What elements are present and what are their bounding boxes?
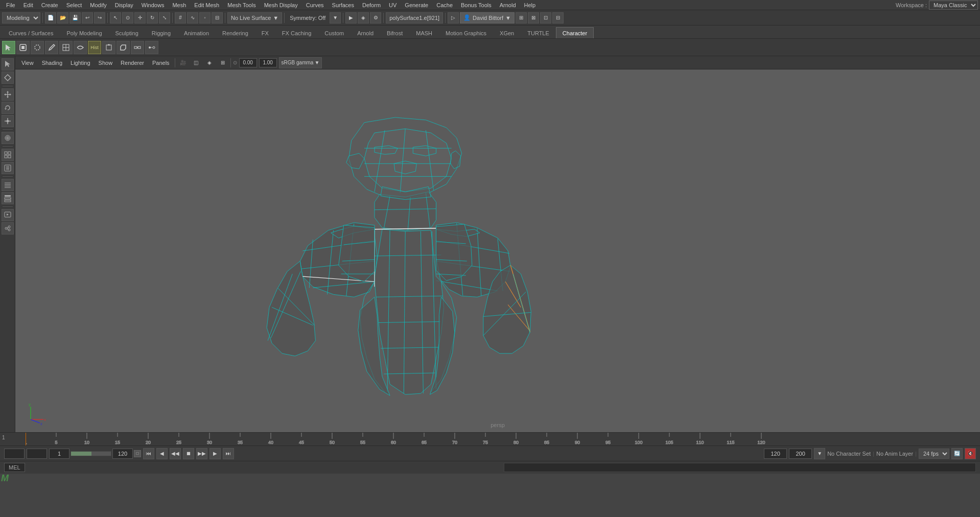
sound-btn[interactable]: 🔇 xyxy=(965,448,976,459)
vp-menu-lighting[interactable]: Lighting xyxy=(67,59,94,67)
render-view-btn[interactable] xyxy=(2,209,14,221)
vp-menu-renderer[interactable]: Renderer xyxy=(118,59,147,67)
paint-select-btn[interactable] xyxy=(2,72,14,84)
open-scene-btn[interactable]: 📂 xyxy=(57,12,68,24)
tab-sculpting[interactable]: Sculpting xyxy=(109,27,145,38)
shelf-icon-3[interactable] xyxy=(31,41,44,54)
scale-btn[interactable] xyxy=(2,115,14,127)
menu-create[interactable]: Create xyxy=(37,1,62,9)
shelf-icon-7[interactable] xyxy=(102,41,115,54)
mode-dropdown[interactable]: Modeling xyxy=(2,12,40,24)
display-size-btn3[interactable]: ⊡ xyxy=(540,12,551,24)
shelf-icon-4[interactable] xyxy=(45,41,58,54)
snap-curve-btn[interactable]: ∿ xyxy=(187,12,198,24)
shelf-icon-8[interactable] xyxy=(116,41,130,54)
menu-curves[interactable]: Curves xyxy=(302,1,328,9)
channel-box-btn[interactable] xyxy=(2,179,14,191)
range-start-input[interactable] xyxy=(49,449,69,459)
menu-select[interactable]: Select xyxy=(62,1,86,9)
lasso-tool-btn[interactable]: ⊙ xyxy=(122,12,133,24)
color-profile-btn[interactable]: sRGB gamma ▼ xyxy=(279,57,322,68)
tab-turtle[interactable]: TURTLE xyxy=(521,27,556,38)
hypershade-btn[interactable] xyxy=(2,222,14,234)
select-btn[interactable] xyxy=(2,58,14,70)
display-size-btn[interactable]: ⊞ xyxy=(516,12,527,24)
tab-rigging[interactable]: Rigging xyxy=(145,27,177,38)
play-fwd-btn[interactable]: ▶▶ xyxy=(196,448,207,459)
menu-surfaces[interactable]: Surfaces xyxy=(328,1,358,9)
anim-pref-btn[interactable]: 🔄 xyxy=(951,448,963,459)
move-tool-btn[interactable]: ✛ xyxy=(134,12,146,24)
user-badge[interactable]: 👤 David Bittorf ▼ xyxy=(460,12,515,24)
skip-to-start-btn[interactable]: ⏮ xyxy=(143,448,154,459)
undo-btn[interactable]: ↩ xyxy=(82,12,93,24)
start-frame-input[interactable]: 1 xyxy=(27,449,47,459)
next-frame-btn[interactable]: ▶ xyxy=(209,448,221,459)
menu-arnold[interactable]: Arnold xyxy=(496,1,520,9)
vp-camera-btn[interactable]: 🎥 xyxy=(177,57,189,68)
range-box[interactable]: □ xyxy=(134,450,141,457)
tab-xgen[interactable]: XGen xyxy=(493,27,521,38)
rotate-tool-btn[interactable]: ↻ xyxy=(147,12,158,24)
tab-rendering[interactable]: Rendering xyxy=(216,27,255,38)
shelf-icon-6[interactable] xyxy=(74,41,87,54)
tab-animation[interactable]: Animation xyxy=(177,27,216,38)
tab-mash[interactable]: MASH xyxy=(409,27,439,38)
range-end-input[interactable] xyxy=(112,449,133,459)
vp-menu-shading[interactable]: Shading xyxy=(39,59,65,67)
menu-bonus-tools[interactable]: Bonus Tools xyxy=(457,1,496,9)
menu-cache[interactable]: Cache xyxy=(432,1,457,9)
current-frame-input[interactable]: 1 xyxy=(4,449,25,459)
range-end3-input[interactable] xyxy=(789,449,812,459)
play-back-btn[interactable]: ◀◀ xyxy=(170,448,181,459)
tab-motion-graphics[interactable]: Motion Graphics xyxy=(439,27,493,38)
vp-menu-view[interactable]: View xyxy=(18,59,37,67)
viewport[interactable]: View Shading Lighting Show Renderer Pane… xyxy=(15,56,980,432)
display-size-btn4[interactable]: ⊟ xyxy=(552,12,564,24)
last-tool-btn[interactable] xyxy=(2,162,14,174)
gamma-input[interactable] xyxy=(259,58,277,67)
fps-dropdown[interactable]: 24 fps 30 fps 60 fps xyxy=(919,449,949,459)
menu-file[interactable]: File xyxy=(2,1,19,9)
vp-shade-btn[interactable]: ◈ xyxy=(204,57,215,68)
show-manipulator-btn[interactable] xyxy=(2,149,14,161)
menu-edit-mesh[interactable]: Edit Mesh xyxy=(190,1,223,9)
menu-display[interactable]: Display xyxy=(111,1,137,9)
shelf-icon-hist[interactable]: Hist xyxy=(88,41,101,54)
tab-bifrost[interactable]: Bifrost xyxy=(380,27,409,38)
soft-select-btn[interactable] xyxy=(2,132,14,144)
vp-texture-btn[interactable]: ⊞ xyxy=(217,57,228,68)
tab-fx-caching[interactable]: FX Caching xyxy=(275,27,318,38)
attribute-editor-btn[interactable] xyxy=(2,192,14,204)
tab-arnold[interactable]: Arnold xyxy=(351,27,380,38)
shelf-icon-2[interactable] xyxy=(16,41,30,54)
shelf-icon-9[interactable] xyxy=(131,41,144,54)
workspace-dropdown[interactable]: Maya Classic xyxy=(929,1,978,10)
quick-select-btn[interactable]: ▷ xyxy=(448,12,459,24)
menu-windows[interactable]: Windows xyxy=(137,1,169,9)
range-end2-input[interactable] xyxy=(764,449,787,459)
menu-generate[interactable]: Generate xyxy=(401,1,432,9)
menu-mesh[interactable]: Mesh xyxy=(168,1,190,9)
shelf-icon-5[interactable] xyxy=(59,41,73,54)
shelf-icon-10[interactable] xyxy=(145,41,158,54)
menu-help[interactable]: Help xyxy=(520,1,540,9)
menu-mesh-display[interactable]: Mesh Display xyxy=(260,1,302,9)
display-size-btn2[interactable]: ⊠ xyxy=(528,12,539,24)
rotate-btn[interactable] xyxy=(2,102,14,114)
render-current-btn[interactable]: ▶ xyxy=(345,12,357,24)
range-end3-type-btn[interactable]: ▼ xyxy=(814,448,825,459)
menu-uv[interactable]: UV xyxy=(385,1,401,9)
no-live-surface-btn[interactable]: No Live Surface ▼ xyxy=(227,12,282,24)
snap-view-btn[interactable]: ⊟ xyxy=(212,12,223,24)
redo-btn[interactable]: ↪ xyxy=(94,12,105,24)
save-scene-btn[interactable]: 💾 xyxy=(69,12,81,24)
viewport-canvas[interactable]: persp x y z xyxy=(15,69,980,432)
vp-wire-btn[interactable]: ◫ xyxy=(191,57,202,68)
skip-to-end-btn[interactable]: ⏭ xyxy=(223,448,234,459)
timeline-area[interactable]: 1 5 10 15 20 25 30 35 xyxy=(0,432,980,445)
tab-character[interactable]: Character xyxy=(556,27,594,38)
menu-deform[interactable]: Deform xyxy=(358,1,385,9)
move-btn[interactable] xyxy=(2,88,14,101)
vp-menu-show[interactable]: Show xyxy=(96,59,116,67)
